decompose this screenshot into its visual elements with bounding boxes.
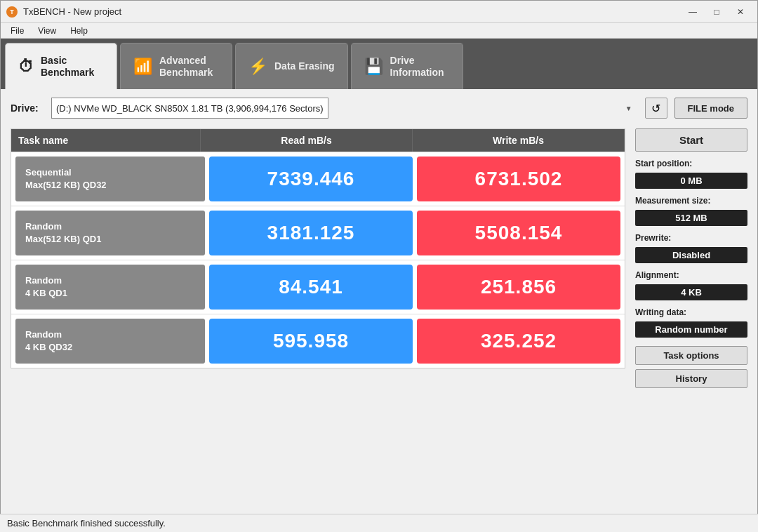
- drive-select-wrap: (D:) NVMe WD_BLACK SN850X 1.81 TB (3,906…: [51, 98, 638, 119]
- history-button[interactable]: History: [635, 369, 747, 388]
- drive-select[interactable]: (D:) NVMe WD_BLACK SN850X 1.81 TB (3,906…: [51, 98, 328, 119]
- tab-drive-label: DriveInformation: [390, 55, 444, 79]
- table-row: Random Max(512 KB) QD1 3181.125 5508.154: [11, 206, 625, 260]
- start-button[interactable]: Start: [635, 128, 747, 152]
- prewrite-value: Disabled: [635, 247, 747, 263]
- benchmark-table: Task name Read mB/s Write mB/s Sequentia…: [11, 128, 625, 368]
- minimize-button[interactable]: —: [681, 5, 704, 19]
- start-position-label: Start position:: [635, 159, 747, 168]
- title-bar-controls: — □ ✕: [681, 5, 752, 19]
- table-row: Random 4 KB QD1 84.541 251.856: [11, 260, 625, 314]
- main-area: Drive: (D:) NVMe WD_BLACK SN850X 1.81 TB…: [1, 89, 757, 397]
- menu-file[interactable]: File: [5, 25, 29, 37]
- read-value-seq512: 7339.446: [209, 157, 413, 201]
- tab-advanced-label: AdvancedBenchmark: [159, 55, 213, 79]
- header-read: Read mB/s: [201, 129, 413, 152]
- prewrite-label: Prewrite:: [635, 233, 747, 243]
- table-row: Sequential Max(512 KB) QD32 7339.446 673…: [11, 152, 625, 206]
- writing-data-label: Writing data:: [635, 307, 747, 317]
- refresh-button[interactable]: ↺: [645, 98, 667, 119]
- alignment-value: 4 KB: [635, 284, 747, 300]
- write-value-seq512: 6731.502: [417, 157, 620, 201]
- task-name-rand512: Random Max(512 KB) QD1: [15, 211, 205, 255]
- title-bar: T TxBENCH - New project — □ ✕: [1, 1, 757, 23]
- write-value-rand512: 5508.154: [417, 211, 620, 255]
- maximize-button[interactable]: □: [705, 5, 728, 19]
- read-value-rand512: 3181.125: [209, 211, 413, 255]
- tab-basic-label: BasicBenchmark: [41, 55, 94, 79]
- window-title: TxBENCH - New project: [23, 6, 121, 17]
- title-bar-left: T TxBENCH - New project: [6, 6, 121, 18]
- data-erasing-icon: ⚡: [248, 59, 267, 74]
- tab-drive-information[interactable]: 💾 DriveInformation: [351, 43, 463, 89]
- tab-basic-benchmark[interactable]: ⏱ BasicBenchmark: [5, 43, 117, 89]
- table-header: Task name Read mB/s Write mB/s: [11, 129, 625, 152]
- alignment-label: Alignment:: [635, 270, 747, 280]
- measurement-size-label: Measurement size:: [635, 196, 747, 206]
- tab-erasing-label: Data Erasing: [274, 60, 335, 72]
- write-value-rand4kb-qd1: 251.856: [417, 265, 620, 310]
- app-icon: T: [6, 6, 18, 18]
- write-value-rand4kb-qd32: 325.252: [417, 319, 620, 364]
- menu-help[interactable]: Help: [65, 25, 93, 37]
- status-bar: Basic Benchmark finished successfully.: [0, 514, 758, 532]
- table-row: Random 4 KB QD32 595.958 325.252: [11, 314, 625, 368]
- menu-bar: File View Help: [1, 23, 757, 39]
- content-area: Task name Read mB/s Write mB/s Sequentia…: [11, 128, 747, 388]
- drive-info-icon: 💾: [364, 59, 383, 74]
- header-write: Write mB/s: [413, 129, 625, 152]
- task-name-rand4kb-qd32: Random 4 KB QD32: [15, 319, 205, 364]
- writing-data-value: Random number: [635, 321, 747, 338]
- header-task: Task name: [11, 129, 201, 152]
- file-mode-button[interactable]: FILE mode: [674, 98, 747, 119]
- task-name-seq512: Sequential Max(512 KB) QD32: [15, 157, 205, 201]
- drive-row: Drive: (D:) NVMe WD_BLACK SN850X 1.81 TB…: [11, 98, 747, 119]
- advanced-benchmark-icon: 📶: [133, 59, 152, 74]
- task-options-button[interactable]: Task options: [635, 346, 747, 365]
- tab-data-erasing[interactable]: ⚡ Data Erasing: [235, 43, 348, 89]
- read-value-rand4kb-qd1: 84.541: [209, 265, 413, 310]
- status-message: Basic Benchmark finished successfully.: [7, 518, 166, 528]
- measurement-size-value: 512 MB: [635, 210, 747, 226]
- close-button[interactable]: ✕: [729, 5, 752, 19]
- basic-benchmark-icon: ⏱: [18, 59, 34, 74]
- tab-advanced-benchmark[interactable]: 📶 AdvancedBenchmark: [120, 43, 232, 89]
- tab-bar: ⏱ BasicBenchmark 📶 AdvancedBenchmark ⚡ D…: [1, 39, 757, 89]
- drive-label: Drive:: [11, 102, 44, 114]
- task-name-rand4kb-qd1: Random 4 KB QD1: [15, 265, 205, 310]
- start-position-value: 0 MB: [635, 173, 747, 189]
- menu-view[interactable]: View: [32, 25, 62, 37]
- read-value-rand4kb-qd32: 595.958: [209, 319, 413, 364]
- right-panel: Start Start position: 0 MB Measurement s…: [635, 128, 747, 388]
